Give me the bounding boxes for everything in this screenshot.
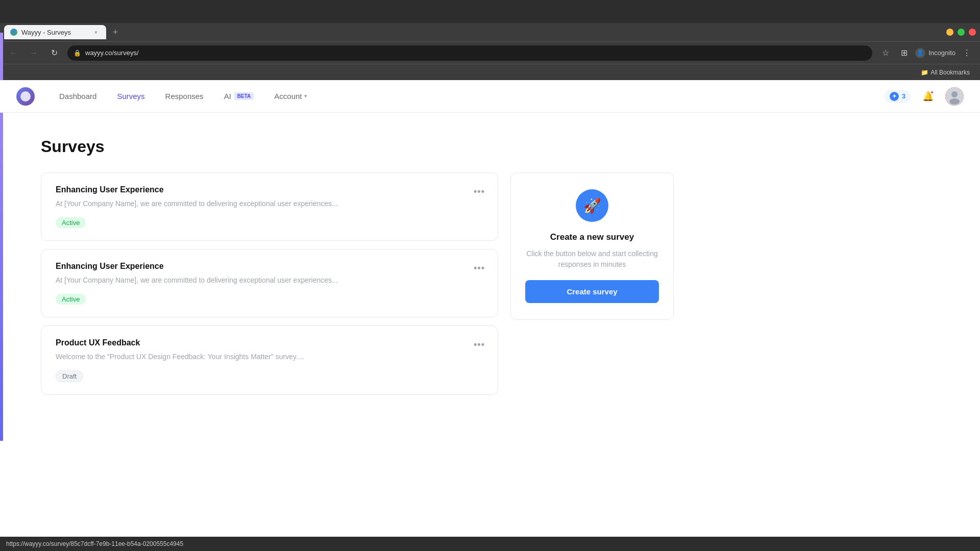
address-bar[interactable]: 🔒 wayyy.co/surveys/: [67, 45, 872, 61]
beta-badge: BETA: [234, 92, 254, 100]
survey-title: Enhancing User Experience: [56, 185, 483, 194]
menu-button[interactable]: ⋮: [960, 46, 974, 60]
create-survey-title: Create a new survey: [550, 232, 634, 242]
user-avatar[interactable]: [945, 87, 964, 106]
bookmarks-bar: 📁 All Bookmarks: [0, 64, 980, 80]
nav-ai[interactable]: AI BETA: [216, 88, 262, 105]
incognito-indicator: 👤 Incognito: [915, 48, 955, 58]
close-window-button[interactable]: [969, 29, 976, 36]
survey-more-button[interactable]: •••: [471, 260, 487, 276]
survey-description: At [Your Company Name], we are committed…: [56, 275, 483, 286]
surveys-layout: ••• Enhancing User Experience At [Your C…: [41, 172, 674, 395]
nav-ai-label: AI: [224, 92, 231, 101]
toolbar-icons: ☆ ⊞ 👤 Incognito ⋮: [878, 46, 974, 60]
back-button[interactable]: ←: [6, 46, 20, 60]
tab-bar: Wayyy - Surveys × +: [0, 23, 980, 41]
tab-title: Wayyy - Surveys: [21, 29, 71, 36]
points-count: 3: [902, 92, 905, 100]
survey-description: Welcome to the "Product UX Design Feedba…: [56, 352, 483, 362]
nav-responses[interactable]: Responses: [157, 88, 212, 105]
logo-inner: [20, 91, 31, 102]
survey-more-button[interactable]: •••: [471, 336, 487, 353]
lock-icon: 🔒: [74, 49, 81, 57]
address-bar-row: ← → ↻ 🔒 wayyy.co/surveys/ ☆ ⊞ 👤 Incognit…: [0, 41, 980, 64]
points-icon: ✦: [890, 92, 899, 101]
status-badge: Active: [56, 217, 86, 228]
svg-point-1: [951, 91, 958, 97]
main-content: Surveys ••• Enhancing User Experience At…: [0, 113, 715, 419]
create-survey-panel: 🚀 Create a new survey Click the button b…: [510, 172, 674, 320]
notification-button[interactable]: 🔔: [919, 87, 937, 106]
survey-description: At [Your Company Name], we are committed…: [56, 198, 483, 209]
status-badge: Draft: [56, 370, 83, 382]
nav-dashboard[interactable]: Dashboard: [51, 88, 105, 105]
notification-dot: [930, 90, 934, 94]
survey-card[interactable]: ••• Product UX Feedback Welcome to the "…: [41, 325, 498, 395]
svg-point-2: [949, 98, 960, 105]
browser-chrome: [0, 0, 980, 23]
status-badge: Active: [56, 294, 86, 305]
tab-favicon: [10, 29, 17, 36]
incognito-icon: 👤: [915, 48, 925, 58]
survey-card[interactable]: ••• Enhancing User Experience At [Your C…: [41, 249, 498, 317]
maximize-button[interactable]: [958, 29, 965, 36]
extensions-icon[interactable]: ⊞: [897, 46, 911, 60]
status-bar: https://wayyy.co/survey/85c7dcff-7e9b-11…: [0, 537, 980, 551]
avatar-image: [945, 87, 964, 106]
bookmark-icon[interactable]: ☆: [878, 46, 893, 60]
all-bookmarks-item[interactable]: 📁 All Bookmarks: [917, 67, 974, 78]
status-url: https://wayyy.co/survey/85c7dcff-7e9b-11…: [6, 540, 183, 547]
forward-button[interactable]: →: [27, 46, 41, 60]
points-badge[interactable]: ✦ 3: [885, 90, 911, 103]
account-chevron-icon: ▾: [304, 93, 307, 99]
new-tab-button[interactable]: +: [108, 25, 122, 39]
app-container: Dashboard Surveys Responses AI BETA Acco…: [0, 80, 980, 539]
survey-title: Product UX Feedback: [56, 338, 483, 347]
nav-account-label: Account: [274, 92, 302, 101]
bookmarks-folder-icon: 📁: [921, 69, 928, 76]
survey-title: Enhancing User Experience: [56, 262, 483, 271]
create-survey-icon-circle: 🚀: [576, 189, 608, 222]
survey-more-button[interactable]: •••: [471, 183, 487, 199]
nav-account[interactable]: Account ▾: [266, 88, 315, 105]
nav-right-actions: ✦ 3 🔔: [885, 87, 964, 106]
app-logo[interactable]: [16, 87, 35, 106]
survey-card[interactable]: ••• Enhancing User Experience At [Your C…: [41, 172, 498, 241]
rocket-icon: 🚀: [583, 197, 601, 214]
create-survey-description: Click the button below and start collect…: [525, 248, 659, 270]
address-text: wayyy.co/surveys/: [85, 49, 139, 57]
navbar: Dashboard Surveys Responses AI BETA Acco…: [0, 80, 980, 113]
bookmarks-label: All Bookmarks: [930, 69, 970, 76]
surveys-list: ••• Enhancing User Experience At [Your C…: [41, 172, 498, 395]
nav-surveys[interactable]: Surveys: [109, 88, 153, 105]
refresh-button[interactable]: ↻: [47, 46, 61, 60]
minimize-button[interactable]: [946, 29, 953, 36]
create-survey-button[interactable]: Create survey: [525, 280, 659, 303]
nav-links: Dashboard Surveys Responses AI BETA Acco…: [51, 88, 885, 105]
incognito-label: Incognito: [928, 49, 955, 57]
tab-close-button[interactable]: ×: [92, 28, 100, 36]
active-tab[interactable]: Wayyy - Surveys ×: [4, 25, 106, 39]
page-title: Surveys: [41, 137, 674, 156]
